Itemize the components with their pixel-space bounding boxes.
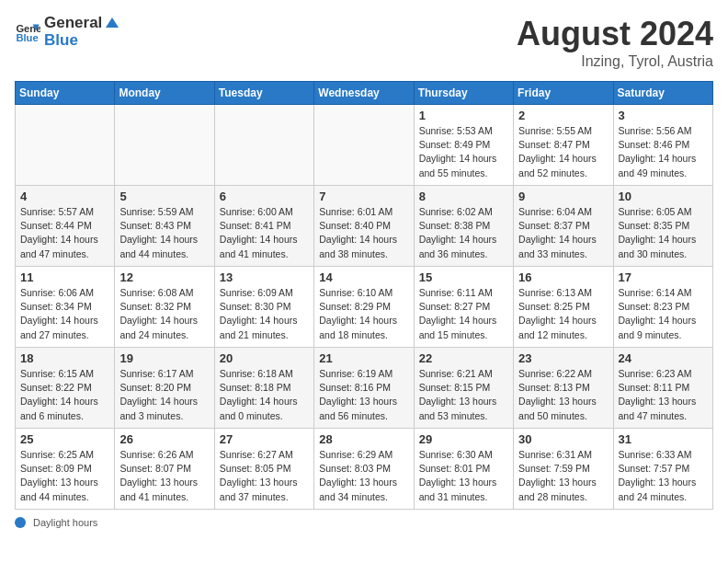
title-block: August 2024 Inzing, Tyrol, Austria [517, 15, 713, 70]
day-number: 4 [20, 190, 109, 203]
calendar-cell: 1Sunrise: 5:53 AMSunset: 8:49 PMDaylight… [414, 105, 513, 186]
calendar-body: 1Sunrise: 5:53 AMSunset: 8:49 PMDaylight… [16, 105, 713, 510]
calendar-cell: 7Sunrise: 6:01 AMSunset: 8:40 PMDaylight… [314, 186, 414, 267]
calendar-cell: 31Sunrise: 6:33 AMSunset: 7:57 PMDayligh… [613, 429, 712, 510]
calendar-day-header: Sunday [16, 82, 115, 105]
calendar-day-header: Thursday [414, 82, 513, 105]
day-number: 16 [518, 270, 608, 284]
day-info: Sunrise: 6:23 AMSunset: 8:11 PMDaylight:… [619, 367, 708, 423]
day-info: Sunrise: 5:55 AMSunset: 8:47 PMDaylight:… [518, 124, 608, 180]
calendar-cell: 6Sunrise: 6:00 AMSunset: 8:41 PMDaylight… [214, 186, 313, 267]
day-info: Sunrise: 6:09 AMSunset: 8:30 PMDaylight:… [220, 286, 309, 342]
calendar-cell [214, 105, 313, 186]
day-info: Sunrise: 6:26 AMSunset: 8:07 PMDaylight:… [119, 448, 209, 504]
day-info: Sunrise: 6:30 AMSunset: 8:01 PMDaylight:… [419, 448, 508, 504]
calendar-cell: 16Sunrise: 6:13 AMSunset: 8:25 PMDayligh… [514, 267, 613, 348]
calendar-cell: 21Sunrise: 6:19 AMSunset: 8:16 PMDayligh… [314, 348, 414, 429]
day-info: Sunrise: 6:33 AMSunset: 7:57 PMDaylight:… [619, 448, 708, 504]
day-number: 27 [220, 432, 309, 446]
day-number: 6 [220, 190, 309, 203]
day-info: Sunrise: 6:05 AMSunset: 8:35 PMDaylight:… [619, 205, 708, 261]
day-info: Sunrise: 6:17 AMSunset: 8:20 PMDaylight:… [119, 367, 209, 423]
calendar-cell: 3Sunrise: 5:56 AMSunset: 8:46 PMDaylight… [613, 105, 712, 186]
calendar-cell: 9Sunrise: 6:04 AMSunset: 8:37 PMDaylight… [514, 186, 613, 267]
day-number: 19 [119, 351, 209, 365]
logo-triangle-icon [104, 15, 120, 31]
day-info: Sunrise: 6:06 AMSunset: 8:34 PMDaylight:… [20, 286, 109, 342]
calendar-cell: 14Sunrise: 6:10 AMSunset: 8:29 PMDayligh… [314, 267, 414, 348]
day-number: 18 [20, 351, 109, 365]
footer-note: Daylight hours [15, 517, 713, 528]
day-info: Sunrise: 6:00 AMSunset: 8:41 PMDaylight:… [220, 205, 309, 261]
day-number: 8 [419, 190, 508, 203]
svg-marker-3 [106, 17, 119, 28]
day-info: Sunrise: 5:59 AMSunset: 8:43 PMDaylight:… [119, 205, 209, 261]
calendar-cell: 5Sunrise: 5:59 AMSunset: 8:43 PMDaylight… [115, 186, 214, 267]
calendar-cell: 29Sunrise: 6:30 AMSunset: 8:01 PMDayligh… [414, 429, 513, 510]
day-number: 23 [518, 351, 608, 365]
day-info: Sunrise: 6:29 AMSunset: 8:03 PMDaylight:… [319, 448, 408, 504]
calendar-day-header: Wednesday [314, 82, 414, 105]
logo-icon: General Blue [15, 19, 40, 45]
page-subtitle: Inzing, Tyrol, Austria [517, 53, 713, 70]
calendar-table: SundayMondayTuesdayWednesdayThursdayFrid… [15, 81, 713, 510]
day-number: 13 [220, 270, 309, 284]
footer-text: Daylight hours [33, 517, 97, 528]
day-info: Sunrise: 6:15 AMSunset: 8:22 PMDaylight:… [20, 367, 109, 423]
day-info: Sunrise: 5:53 AMSunset: 8:49 PMDaylight:… [419, 124, 508, 180]
calendar-cell: 12Sunrise: 6:08 AMSunset: 8:32 PMDayligh… [115, 267, 214, 348]
calendar-cell: 28Sunrise: 6:29 AMSunset: 8:03 PMDayligh… [314, 429, 414, 510]
calendar-cell: 24Sunrise: 6:23 AMSunset: 8:11 PMDayligh… [613, 348, 712, 429]
logo-blue-text: Blue [44, 31, 78, 49]
day-number: 22 [419, 351, 508, 365]
calendar-cell: 26Sunrise: 6:26 AMSunset: 8:07 PMDayligh… [115, 429, 214, 510]
day-info: Sunrise: 6:14 AMSunset: 8:23 PMDaylight:… [619, 286, 708, 342]
day-info: Sunrise: 6:19 AMSunset: 8:16 PMDaylight:… [319, 367, 408, 423]
calendar-day-header: Friday [514, 82, 613, 105]
day-number: 9 [518, 190, 608, 203]
calendar-week-row: 25Sunrise: 6:25 AMSunset: 8:09 PMDayligh… [16, 429, 713, 510]
svg-text:Blue: Blue [16, 31, 38, 42]
calendar-cell [115, 105, 214, 186]
day-number: 28 [319, 432, 408, 446]
day-info: Sunrise: 6:18 AMSunset: 8:18 PMDaylight:… [220, 367, 309, 423]
calendar-cell: 20Sunrise: 6:18 AMSunset: 8:18 PMDayligh… [214, 348, 313, 429]
day-info: Sunrise: 5:57 AMSunset: 8:44 PMDaylight:… [20, 205, 109, 261]
day-info: Sunrise: 6:25 AMSunset: 8:09 PMDaylight:… [20, 448, 109, 504]
logo: General Blue General Blue [15, 15, 120, 49]
day-number: 1 [419, 109, 508, 122]
day-info: Sunrise: 6:10 AMSunset: 8:29 PMDaylight:… [319, 286, 408, 342]
calendar-cell: 4Sunrise: 5:57 AMSunset: 8:44 PMDaylight… [16, 186, 115, 267]
calendar-header: SundayMondayTuesdayWednesdayThursdayFrid… [16, 82, 713, 105]
calendar-cell: 2Sunrise: 5:55 AMSunset: 8:47 PMDaylight… [514, 105, 613, 186]
day-info: Sunrise: 6:02 AMSunset: 8:38 PMDaylight:… [419, 205, 508, 261]
day-info: Sunrise: 6:13 AMSunset: 8:25 PMDaylight:… [518, 286, 608, 342]
calendar-cell: 27Sunrise: 6:27 AMSunset: 8:05 PMDayligh… [214, 429, 313, 510]
day-number: 25 [20, 432, 109, 446]
footer-dot-icon [15, 517, 26, 528]
day-number: 10 [619, 190, 708, 203]
day-number: 11 [20, 270, 109, 284]
calendar-cell: 17Sunrise: 6:14 AMSunset: 8:23 PMDayligh… [613, 267, 712, 348]
calendar-week-row: 1Sunrise: 5:53 AMSunset: 8:49 PMDaylight… [16, 105, 713, 186]
calendar-cell [314, 105, 414, 186]
day-number: 2 [518, 109, 608, 122]
day-number: 15 [419, 270, 508, 284]
calendar-day-header: Monday [115, 82, 214, 105]
day-number: 21 [319, 351, 408, 365]
day-number: 30 [518, 432, 608, 446]
calendar-cell: 30Sunrise: 6:31 AMSunset: 7:59 PMDayligh… [514, 429, 613, 510]
day-number: 31 [619, 432, 708, 446]
day-info: Sunrise: 6:01 AMSunset: 8:40 PMDaylight:… [319, 205, 408, 261]
calendar-cell: 18Sunrise: 6:15 AMSunset: 8:22 PMDayligh… [16, 348, 115, 429]
logo-general-text: General [44, 15, 102, 32]
page-header: General Blue General Blue August 2024 In… [15, 15, 713, 70]
day-info: Sunrise: 6:04 AMSunset: 8:37 PMDaylight:… [518, 205, 608, 261]
day-number: 26 [119, 432, 209, 446]
calendar-week-row: 18Sunrise: 6:15 AMSunset: 8:22 PMDayligh… [16, 348, 713, 429]
calendar-cell: 25Sunrise: 6:25 AMSunset: 8:09 PMDayligh… [16, 429, 115, 510]
day-info: Sunrise: 5:56 AMSunset: 8:46 PMDaylight:… [619, 124, 708, 180]
day-info: Sunrise: 6:31 AMSunset: 7:59 PMDaylight:… [518, 448, 608, 504]
day-info: Sunrise: 6:08 AMSunset: 8:32 PMDaylight:… [119, 286, 209, 342]
calendar-cell: 23Sunrise: 6:22 AMSunset: 8:13 PMDayligh… [514, 348, 613, 429]
